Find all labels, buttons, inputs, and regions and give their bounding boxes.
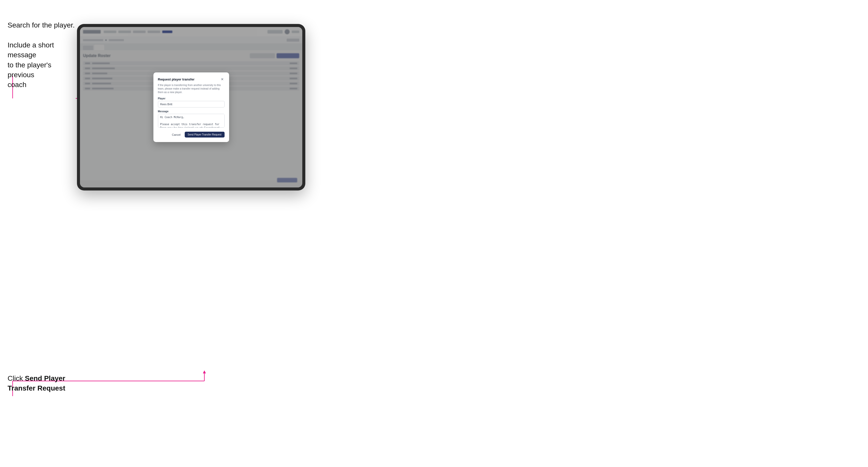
- step1-annotation: Search for the player.: [7, 20, 76, 30]
- modal-title: Request player transfer: [158, 77, 194, 81]
- cancel-button[interactable]: Cancel: [170, 132, 182, 137]
- modal-footer: Cancel Send Player Transfer Request: [158, 132, 224, 137]
- tablet-screen: Update Roster: [80, 27, 302, 187]
- modal-dialog: Request player transfer ✕ If the player …: [153, 72, 229, 142]
- modal-description: If the player is transferring from anoth…: [158, 84, 224, 94]
- message-field-label: Message: [158, 110, 224, 113]
- annotation-area: Search for the player. Include a short m…: [7, 20, 76, 90]
- step3-annotation: Click Send Player Transfer Request: [7, 373, 76, 393]
- modal-close-button[interactable]: ✕: [220, 77, 224, 82]
- player-search-input[interactable]: [158, 101, 224, 107]
- modal-header: Request player transfer ✕: [158, 77, 224, 82]
- message-textarea[interactable]: Hi Coach McHarg, Please accept this tran…: [158, 114, 224, 128]
- tablet-device: Update Roster: [77, 24, 305, 190]
- svg-marker-6: [203, 370, 206, 373]
- step2-annotation: Include a short message to the player's …: [7, 40, 76, 90]
- send-transfer-request-button[interactable]: Send Player Transfer Request: [185, 132, 224, 137]
- player-field-label: Player: [158, 97, 224, 100]
- modal-overlay: Request player transfer ✕ If the player …: [80, 27, 302, 187]
